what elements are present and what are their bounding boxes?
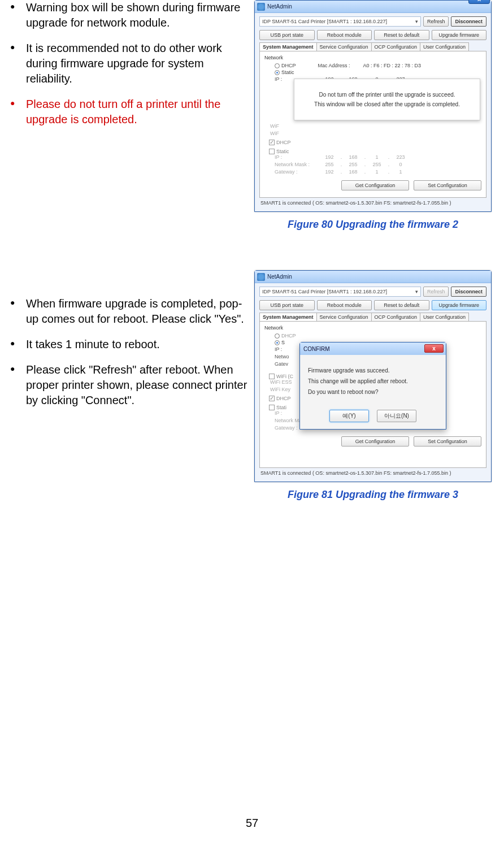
tab-service-configuration[interactable]: Service Configuration (316, 313, 372, 321)
bullet-list-2: When firmware upgrade is completed, pop-… (6, 296, 249, 408)
confirm-no-button[interactable]: 아니요(N) (377, 410, 416, 422)
confirm-line-3: Do you want to reboot now? (308, 389, 438, 395)
radio-static[interactable] (275, 340, 280, 345)
confirm-dialog: CONFIRM x Firmware upgrade was succeed. … (299, 342, 446, 430)
disconnect-button[interactable]: Disconnect (451, 287, 486, 297)
reboot-module-button[interactable]: Reboot module (317, 300, 372, 310)
wifi-static-checkbox[interactable] (269, 405, 275, 410)
tab-system-management[interactable]: System Management (259, 42, 317, 51)
wifi-static-label: Static (276, 149, 289, 154)
bullet-item: When firmware upgrade is completed, pop-… (10, 296, 249, 327)
mac-label: Mac Address : (318, 63, 350, 68)
network-group-label: Network (264, 55, 481, 60)
figure-80-caption: Figure 80 Upgrading the firmware 2 (254, 219, 492, 231)
settings-panel: Network DHCP S IP : Netwo Gatev CONFIRM … (259, 321, 486, 468)
radio-dhcp[interactable] (275, 63, 280, 68)
radio-dhcp-label: DHCP (281, 333, 296, 339)
confirm-titlebar[interactable]: CONFIRM x (300, 343, 446, 355)
upgrade-firmware-button[interactable]: Upgrade firmware (432, 30, 487, 40)
bullet-item: Please click "Refresh" after reboot. Whe… (10, 362, 249, 408)
confirm-close-icon[interactable]: x (424, 344, 444, 353)
wifi-dhcp-checkbox[interactable] (269, 140, 275, 145)
app-icon (257, 273, 265, 281)
device-dropdown[interactable]: IDP SMART-51 Card Printer [SMART1 : 192.… (259, 287, 421, 297)
upgrade-progress-overlay: Do not turn off the printer until the up… (294, 79, 480, 120)
device-dropdown[interactable]: IDP SMART-51 Card Printer [SMART1 : 192.… (259, 16, 421, 27)
tab-service-configuration[interactable]: Service Configuration (316, 42, 372, 51)
usb-port-state-button[interactable]: USB port state (259, 30, 315, 40)
app-icon (257, 3, 265, 11)
refresh-button[interactable]: Refresh (423, 287, 449, 297)
radio-dhcp-label: DHCP (281, 63, 296, 68)
tab-bar: System Management Service Configuration … (259, 313, 486, 321)
confirm-line-1: Firmware upgrade was succeed. (308, 367, 438, 374)
settings-panel: Network DHCP Mac Address : A0 : F6 : FD … (259, 51, 486, 198)
reset-default-button[interactable]: Reset to default (374, 300, 429, 310)
usb-port-state-button[interactable]: USB port state (259, 300, 315, 310)
overlay-line-1: Do not turn off the printer until the up… (300, 92, 474, 98)
tab-user-configuration[interactable]: User Configuration (420, 42, 469, 51)
tab-ocp-configuration[interactable]: OCP Configuration (371, 313, 420, 321)
window-titlebar[interactable]: NetAdmin x (255, 1, 491, 13)
network-group-label: Network (264, 325, 481, 331)
set-configuration-button[interactable]: Set Configuration (414, 180, 481, 190)
mac-value: A0 : F6 : FD : 22 : 78 : D3 (363, 63, 422, 68)
get-configuration-button[interactable]: Get Configuration (341, 180, 409, 190)
wifi-dhcp-checkbox[interactable] (269, 396, 275, 401)
wifi-option-label: WiFi (C (276, 374, 293, 379)
radio-static-label: Static (281, 70, 294, 75)
tab-ocp-configuration[interactable]: OCP Configuration (371, 42, 420, 51)
get-configuration-button[interactable]: Get Configuration (341, 436, 409, 446)
netadmin-window-1: NetAdmin x IDP SMART-51 Card Printer [SM… (254, 0, 492, 212)
window-title: NetAdmin (267, 274, 292, 280)
window-title: NetAdmin (267, 3, 292, 10)
status-bar: SMART1 is connected ( OS: smartnet2-os-1… (259, 198, 486, 207)
wifi-dhcp-label: DHCP (276, 140, 291, 145)
tab-user-configuration[interactable]: User Configuration (420, 313, 469, 321)
tab-bar: System Management Service Configuration … (259, 42, 486, 51)
confirm-line-2: This change will be applied after reboot… (308, 378, 438, 384)
refresh-button[interactable]: Refresh (423, 16, 449, 27)
confirm-title: CONFIRM (303, 346, 330, 352)
bullet-list-1: Warning box will be shown during firmwar… (6, 0, 249, 127)
status-bar: SMART1 is connected ( OS: smartnet2-os-1… (259, 468, 486, 477)
tab-system-management[interactable]: System Management (259, 313, 317, 321)
bullet-item: It takes 1 minute to reboot. (10, 337, 249, 352)
reset-default-button[interactable]: Reset to default (374, 30, 429, 40)
netadmin-window-2: NetAdmin IDP SMART-51 Card Printer [SMAR… (254, 270, 492, 482)
reboot-module-button[interactable]: Reboot module (317, 30, 372, 40)
overlay-line-2: This window will be closed after the upg… (300, 101, 474, 107)
disconnect-button[interactable]: Disconnect (451, 16, 486, 27)
radio-static[interactable] (275, 70, 280, 75)
window-titlebar[interactable]: NetAdmin (255, 271, 491, 283)
wifi-static-checkbox[interactable] (269, 149, 275, 154)
figure-81-caption: Figure 81 Upgrading the firmware 3 (254, 489, 492, 501)
wifi-option-checkbox[interactable] (269, 374, 275, 379)
close-icon[interactable]: x (468, 0, 490, 4)
upgrade-firmware-button[interactable]: Upgrade firmware (432, 300, 487, 310)
bullet-item: Warning box will be shown during firmwar… (10, 0, 249, 31)
bullet-item-warning: Please do not turn off a printer until t… (10, 97, 249, 127)
confirm-yes-button[interactable]: 예(Y) (329, 410, 369, 422)
page-number: 57 (0, 817, 504, 830)
set-configuration-button[interactable]: Set Configuration (414, 436, 481, 446)
bullet-item: It is recommended not to do other work d… (10, 41, 249, 86)
radio-dhcp[interactable] (275, 333, 280, 339)
